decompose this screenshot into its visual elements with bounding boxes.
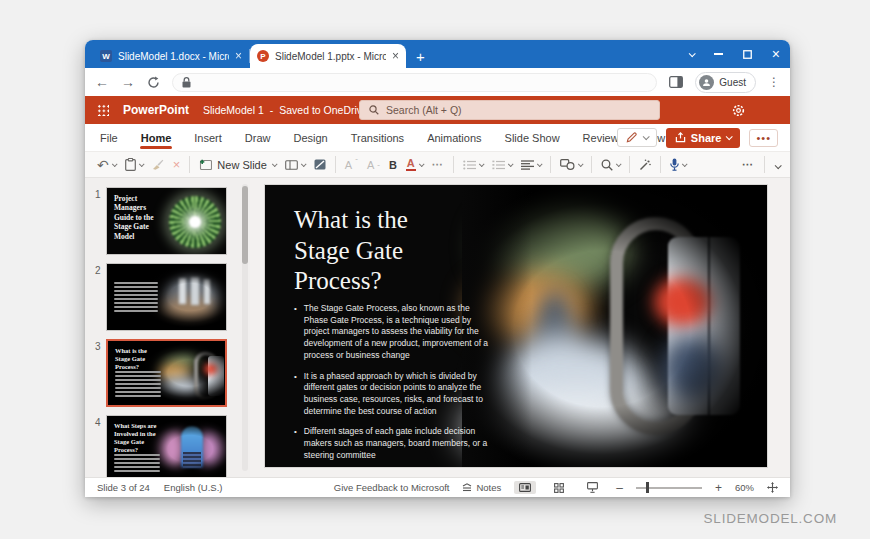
slide-body-text[interactable]: • The Stage Gate Process, also known as … [294, 303, 490, 467]
menu-design[interactable]: Design [292, 126, 328, 150]
format-painter-button[interactable] [152, 159, 164, 170]
thumbnail-title: What is the Stage Gate Process? [115, 347, 163, 371]
numbering-button[interactable] [492, 160, 512, 170]
bullet-list-icon [463, 160, 476, 170]
menu-transitions[interactable]: Transitions [350, 126, 405, 150]
menu-animations[interactable]: Animations [426, 126, 482, 150]
collapse-ribbon-icon[interactable] [775, 162, 782, 169]
side-panel-icon[interactable] [669, 76, 683, 88]
chevron-down-icon [682, 161, 688, 167]
browser-tab-pptx[interactable]: P SlideModel 1.pptx - Microsoft Po × [250, 44, 406, 68]
forward-button[interactable]: → [121, 75, 135, 89]
layout-button[interactable] [285, 160, 305, 170]
back-button[interactable]: ← [95, 75, 109, 89]
browser-window: W SlideModel 1.docx - Microsoft W × P Sl… [85, 40, 790, 497]
menu-draw[interactable]: Draw [244, 126, 272, 150]
undo-button[interactable]: ↶ [97, 157, 116, 173]
browser-tab-docx[interactable]: W SlideModel 1.docx - Microsoft W × [93, 44, 249, 68]
chevron-down-icon [616, 161, 622, 167]
numbered-list-icon [492, 160, 505, 170]
menu-insert[interactable]: Insert [193, 126, 223, 150]
zoom-level[interactable]: 60% [735, 482, 754, 493]
share-button[interactable]: Share [666, 128, 741, 148]
save-status: Saved to OneDrive [279, 104, 368, 116]
browser-toolbar: ← → Guest ⋮ [85, 68, 790, 96]
menu-slide-show[interactable]: Slide Show [504, 126, 561, 150]
thumbnail-row-2: 2 [85, 263, 250, 331]
current-slide[interactable]: What is the Stage Gate Process? • The St… [265, 185, 767, 467]
slide-title[interactable]: What is the Stage Gate Process? [294, 205, 464, 297]
share-label: Share [691, 132, 722, 144]
more-font-options-button[interactable]: ⋯ [432, 158, 444, 171]
grow-font-button[interactable]: Aˆ [345, 159, 358, 171]
font-color-button[interactable]: A [406, 158, 423, 171]
menu-review[interactable]: Review [582, 126, 620, 150]
thumbnail-title: What Steps are Involved in the Stage Gat… [114, 422, 168, 455]
scrollbar-thumb[interactable] [242, 186, 248, 264]
share-icon [675, 132, 686, 143]
document-title[interactable]: SlideModel 1 - Saved to OneDrive [203, 104, 379, 116]
shapes-icon [560, 159, 575, 170]
bullet-marker: • [294, 303, 297, 362]
fit-to-window-button[interactable] [767, 482, 778, 493]
align-button[interactable] [521, 160, 541, 170]
tab-search-chevron-icon[interactable] [688, 50, 695, 57]
editing-mode-button[interactable] [617, 128, 657, 147]
normal-view-button[interactable] [514, 481, 536, 494]
language-selector[interactable]: English (U.S.) [164, 482, 223, 493]
slideshow-view-button[interactable] [582, 480, 603, 495]
delete-button[interactable]: × [173, 157, 181, 172]
settings-gear-icon[interactable] [732, 104, 745, 117]
search-input[interactable]: Search (Alt + Q) [359, 100, 660, 120]
zoom-out-button[interactable]: – [616, 483, 623, 493]
slide-thumbnail-3-selected[interactable]: What is the Stage Gate Process? [106, 339, 227, 407]
ribbon-options-button[interactable]: ••• [749, 129, 778, 147]
thumbnail-scrollbar[interactable] [242, 184, 248, 471]
bold-button[interactable]: B [389, 159, 397, 171]
slide-number: 1 [95, 189, 101, 200]
designer-wand-button[interactable] [639, 159, 651, 171]
app-launcher-icon[interactable] [97, 104, 109, 116]
guest-profile-button[interactable]: Guest [695, 72, 756, 93]
tab-close-icon[interactable]: × [392, 51, 399, 61]
chevron-down-icon [139, 161, 145, 167]
new-slide-button[interactable]: New Slide [199, 159, 276, 171]
feedback-link[interactable]: Give Feedback to Microsoft [334, 482, 450, 493]
app-name[interactable]: PowerPoint [123, 103, 189, 117]
bullet-text: The Stage Gate Process, also known as th… [304, 303, 490, 362]
tab-close-icon[interactable]: × [235, 51, 242, 61]
address-bar[interactable] [172, 73, 657, 92]
slide-sorter-view-button[interactable] [549, 481, 569, 495]
dictate-button[interactable] [670, 158, 686, 171]
slide-thumbnail-4[interactable]: What Steps are Involved in the Stage Gat… [106, 415, 227, 477]
minimize-button[interactable] [714, 53, 723, 55]
divider [629, 156, 630, 173]
menu-file[interactable]: File [99, 126, 119, 150]
bullet-marker: • [294, 426, 297, 461]
find-button[interactable] [601, 159, 620, 171]
slide-thumbnail-2[interactable] [106, 263, 227, 331]
slide-number: 2 [95, 265, 101, 276]
layout-icon [285, 160, 298, 170]
zoom-in-button[interactable]: + [715, 483, 722, 493]
divider [189, 156, 190, 173]
notes-toggle[interactable]: Notes [462, 482, 501, 493]
menu-home[interactable]: Home [140, 126, 173, 150]
zoom-slider[interactable] [636, 487, 702, 489]
more-commands-button[interactable]: ⋯ [742, 158, 754, 171]
zoom-slider-handle[interactable] [646, 482, 650, 493]
maximize-button[interactable] [743, 50, 752, 59]
browser-menu-kebab-icon[interactable]: ⋮ [768, 75, 780, 89]
close-window-button[interactable]: × [772, 48, 780, 60]
grow-font-label: A [345, 159, 352, 171]
shrink-font-button[interactable]: Aˇ [367, 159, 380, 171]
bullets-button[interactable] [463, 160, 483, 170]
new-tab-button[interactable]: + [416, 50, 425, 64]
refresh-button[interactable] [147, 76, 160, 89]
shapes-button[interactable] [560, 159, 582, 170]
thumbnail-row-1: 1 Project Managers Guide to the Stage Ga… [85, 187, 250, 255]
slide-thumbnail-1[interactable]: Project Managers Guide to the Stage Gate… [106, 187, 227, 255]
designer-button[interactable] [314, 159, 326, 170]
slide-number: 4 [95, 417, 101, 428]
paste-button[interactable] [125, 158, 143, 171]
